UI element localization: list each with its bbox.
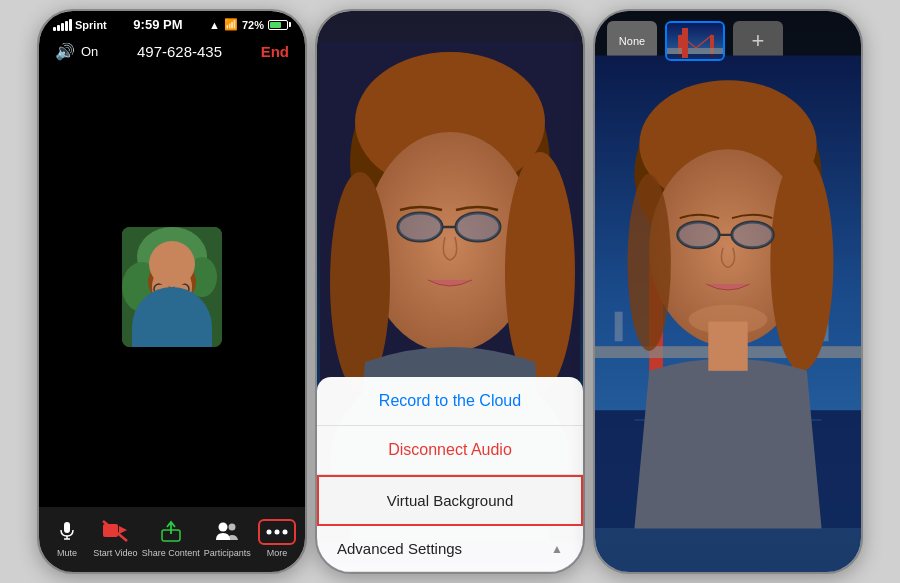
face-bridge-svg [595,52,861,532]
svg-point-22 [229,524,236,531]
svg-point-25 [282,530,287,535]
people-svg [215,520,239,542]
face-overlay-3 [595,11,861,572]
svg-marker-17 [119,526,127,534]
svg-rect-13 [64,522,70,533]
svg-point-24 [274,530,279,535]
virtual-background-button[interactable]: Virtual Background [317,475,583,526]
battery-tip [289,22,291,27]
speaker-label: On [81,44,98,59]
signal-bar-5 [69,19,72,31]
chevron-down-icon: ▲ [551,542,563,556]
video-background-3: None [595,11,861,572]
mute-button[interactable]: Mute [45,517,89,558]
svg-rect-71 [667,54,725,61]
participants-button[interactable]: Participants [204,517,251,558]
svg-point-35 [398,213,442,241]
carrier-info: Sprint [53,19,107,31]
mute-label: Mute [57,548,77,558]
mic-svg [56,520,78,542]
record-cloud-button[interactable]: Record to the Cloud [317,377,583,426]
battery-info: ▲ 📶 72% [209,18,291,31]
participants-label: Participants [204,548,251,558]
call-left: 🔊 On [55,42,98,61]
video-background-2: Record to the Cloud Disconnect Audio Vir… [317,11,583,572]
svg-point-23 [266,530,271,535]
advanced-settings-label: Advanced Settings [337,540,462,557]
share-content-label: Share Content [142,548,200,558]
video-svg [102,520,128,542]
phone-screen-3: None [593,9,863,574]
context-menu: Record to the Cloud Disconnect Audio Vir… [317,377,583,572]
svg-rect-51 [615,311,623,341]
phone-screen-2: Record to the Cloud Disconnect Audio Vir… [315,9,585,574]
end-call-button[interactable]: End [261,43,289,60]
speaker-icon: 🔊 [55,42,75,61]
signal-bars [53,19,72,31]
start-video-button[interactable]: Start Video [93,517,137,558]
bridge-thumbnail [667,23,725,61]
call-number: 497-628-435 [137,43,222,60]
svg-point-36 [456,213,500,241]
svg-point-56 [770,154,833,371]
disconnect-audio-button[interactable]: Disconnect Audio [317,426,583,475]
bg-bridge-box [665,21,725,61]
signal-bar-4 [65,21,68,31]
avatar-svg [122,227,222,347]
start-video-label: Start Video [93,548,137,558]
share-svg [160,520,182,542]
signal-bar-1 [53,27,56,31]
bg-bridge-option[interactable] [665,21,725,61]
svg-point-61 [678,222,719,248]
time-display: 9:59 PM [133,17,182,32]
participant-avatar [122,227,222,347]
svg-rect-70 [667,48,725,54]
carrier-name: Sprint [75,19,107,31]
svg-rect-64 [708,321,747,370]
advanced-settings-button[interactable]: Advanced Settings ▲ [317,526,583,572]
mic-icon [53,517,81,545]
wifi-icon: ▲ [209,19,220,31]
svg-point-9 [142,312,202,347]
toolbar-icons: Mute Start Video [43,517,301,558]
svg-point-10 [160,333,164,337]
phone-screen-1: Sprint 9:59 PM ▲ 📶 72% 🔊 On 497-628-435 … [37,9,307,574]
avatar-person [122,227,222,347]
battery-fill [270,22,281,28]
share-icon [157,517,185,545]
signal-bar-3 [61,23,64,31]
svg-point-57 [628,173,671,350]
more-svg [264,523,290,541]
svg-point-12 [168,338,172,342]
video-icon [101,517,129,545]
svg-point-11 [175,330,179,334]
more-label: More [267,548,288,558]
battery-pct: 72% [242,19,264,31]
battery-body [268,20,288,30]
call-bar: 🔊 On 497-628-435 End [39,36,305,67]
svg-point-62 [732,222,773,248]
share-content-button[interactable]: Share Content [142,517,200,558]
bottom-toolbar: Mute Start Video [39,507,305,572]
more-button[interactable]: More [255,519,299,558]
more-icon [258,519,296,545]
battery-indicator [268,20,291,30]
people-icon [213,517,241,545]
bluetooth-icon: 📶 [224,18,238,31]
status-bar-1: Sprint 9:59 PM ▲ 📶 72% [39,11,305,36]
svg-point-21 [219,523,228,532]
signal-bar-2 [57,25,60,31]
call-main-area [39,67,305,507]
svg-point-5 [152,264,192,310]
